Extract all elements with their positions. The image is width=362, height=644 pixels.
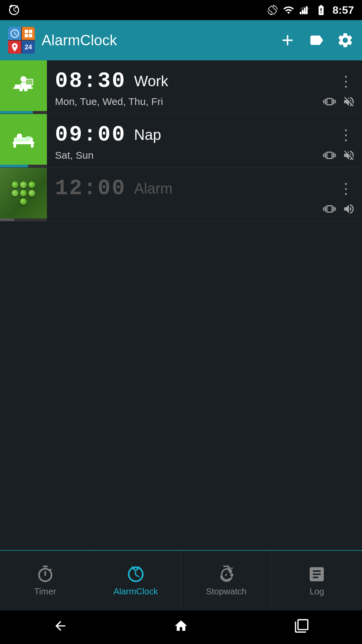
nav-label-stopwatch: Stopwatch: [206, 586, 246, 597]
status-bar: 8:57: [0, 0, 362, 20]
mute-icon-work: [343, 95, 355, 108]
alarm-time-label-work: 08:30 Work: [55, 69, 168, 93]
alarm-time-label-default: 12:00 Alarm: [55, 176, 173, 201]
alarm-menu-work[interactable]: ⋮: [336, 74, 355, 89]
status-time: 8:57: [333, 4, 354, 16]
app-icon-cell-clock: [8, 27, 21, 40]
alarm-item-nap[interactable]: 09:00 Nap ⋮ Sat, Sun: [0, 114, 362, 168]
nav-item-timer[interactable]: Timer: [0, 551, 90, 610]
svg-rect-0: [300, 12, 301, 14]
alarm-thumb-img-default: [0, 168, 47, 218]
alarm-status-icon: [8, 4, 20, 16]
nav-item-alarmclock[interactable]: AlarmClock: [90, 551, 181, 610]
vibrate-icon-work: [323, 95, 336, 108]
nav-item-stopwatch[interactable]: Stopwatch: [181, 551, 272, 610]
alarm-progress-nap: [0, 165, 47, 167]
alarm-bottom-row-nap: Sat, Sun: [55, 149, 355, 162]
app-bar: 24 AlarmClock: [0, 20, 362, 60]
empty-area: [0, 305, 362, 550]
svg-rect-11: [25, 79, 33, 85]
android-back-button[interactable]: [53, 619, 68, 636]
alarm-list: 08:30 Work ⋮ Mon, Tue, Wed, Thu, Fri: [0, 60, 362, 305]
alarm-thumb-work: [0, 60, 47, 114]
app-icon-cell-alarm: [8, 41, 21, 54]
svg-rect-9: [15, 85, 21, 87]
alarm-time-label-nap: 09:00 Nap: [55, 123, 161, 147]
android-recents-button[interactable]: [294, 619, 309, 636]
add-alarm-button[interactable]: [279, 32, 296, 49]
mute-icon-nap: [343, 149, 355, 162]
alarm-time-default: 12:00: [55, 176, 126, 201]
svg-rect-3: [306, 6, 308, 14]
alarm-indicators-work: [323, 95, 355, 108]
status-bar-left: [8, 4, 20, 16]
alarm-bottom-row-work: Mon, Tue, Wed, Thu, Fri: [55, 95, 355, 108]
bottom-nav: Timer AlarmClock Stopwatch Log: [0, 550, 362, 610]
alarm-progress-fill-nap: [0, 165, 28, 167]
signal-icon: [300, 5, 310, 15]
alarm-bottom-row-default: [55, 203, 355, 215]
alarm-content-work: 08:30 Work ⋮ Mon, Tue, Wed, Thu, Fri: [47, 60, 362, 114]
alarm-item-default[interactable]: 12:00 Alarm ⋮: [0, 168, 362, 221]
alarm-thumb-img-work: [0, 60, 47, 111]
alarm-menu-default[interactable]: ⋮: [336, 181, 355, 196]
svg-rect-7: [19, 87, 23, 91]
nav-label-log: Log: [310, 586, 324, 597]
alarm-menu-nap[interactable]: ⋮: [336, 127, 355, 142]
svg-rect-2: [304, 8, 305, 14]
alarm-time-nap: 09:00: [55, 123, 126, 147]
alarm-indicators-nap: [323, 149, 355, 162]
alarm-top-row-nap: 09:00 Nap ⋮: [55, 123, 355, 147]
svg-rect-1: [302, 10, 303, 14]
tag-button[interactable]: [308, 32, 324, 48]
alarm-thumb-img-nap: [0, 114, 47, 165]
alarm-name-default: Alarm: [134, 180, 173, 197]
svg-rect-17: [13, 144, 16, 148]
vibrate-icon-nap: [323, 149, 336, 162]
alarm-progress-fill-default: [0, 218, 14, 221]
nav-item-log[interactable]: Log: [272, 551, 362, 610]
svg-rect-4: [13, 87, 33, 89]
alarmclock-nav-icon: [126, 565, 145, 584]
wifi-icon: [283, 4, 294, 16]
alarm-name-nap: Nap: [134, 126, 161, 143]
alarm-name-work: Work: [134, 73, 168, 90]
alarm-progress-fill-work: [0, 111, 33, 114]
android-nav: [0, 610, 362, 644]
alarm-days-work: Mon, Tue, Wed, Thu, Fri: [55, 96, 163, 107]
svg-point-16: [17, 133, 22, 139]
app-bar-actions: [279, 32, 354, 49]
timer-nav-icon: [36, 565, 55, 584]
settings-button[interactable]: [337, 32, 354, 49]
status-bar-right: 8:57: [267, 4, 354, 16]
svg-rect-12: [28, 85, 30, 87]
svg-rect-8: [24, 87, 27, 91]
android-home-button[interactable]: [174, 619, 188, 636]
alarm-progress-default: [0, 218, 47, 221]
alarm-indicators-default: [323, 203, 355, 215]
alarm-time-work: 08:30: [55, 69, 126, 93]
app-title: AlarmClock: [42, 32, 272, 49]
alarm-top-row-work: 08:30 Work ⋮: [55, 69, 355, 93]
battery-icon: [315, 4, 327, 16]
alarm-content-default: 12:00 Alarm ⋮: [47, 168, 362, 221]
log-nav-icon: [307, 565, 326, 584]
phone-rotate-icon: [267, 5, 278, 15]
app-icon-cell-num: 24: [22, 41, 35, 54]
alarm-thumb-default: [0, 168, 47, 221]
nav-label-timer: Timer: [34, 586, 56, 597]
alarm-item-work[interactable]: 08:30 Work ⋮ Mon, Tue, Wed, Thu, Fri: [0, 60, 362, 114]
alarm-content-nap: 09:00 Nap ⋮ Sat, Sun: [47, 114, 362, 167]
app-icon-cell-grid: [22, 27, 35, 40]
stopwatch-nav-icon: [217, 565, 236, 584]
vibrate-icon-default: [323, 203, 336, 215]
alarm-days-nap: Sat, Sun: [55, 150, 94, 161]
svg-rect-18: [31, 144, 34, 148]
alarm-progress-work: [0, 111, 47, 114]
alarm-thumb-nap: [0, 114, 47, 167]
app-icon: 24: [8, 27, 35, 54]
volume-icon-default: [343, 203, 355, 215]
alarm-top-row-default: 12:00 Alarm ⋮: [55, 176, 355, 201]
nav-label-alarmclock: AlarmClock: [113, 586, 158, 597]
